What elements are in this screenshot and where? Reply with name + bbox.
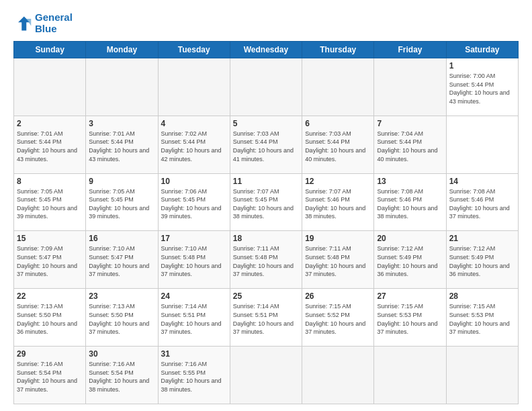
calendar-header-row: SundayMondayTuesdayWednesdayThursdayFrid… [14, 42, 519, 58]
day-number: 4 [161, 119, 227, 128]
calendar-week-row: 15 Sunrise: 7:09 AMSunset: 5:47 PMDaylig… [14, 231, 519, 289]
day-of-week-header: Monday [86, 42, 158, 58]
logo-icon [13, 14, 32, 33]
day-number: 22 [17, 291, 83, 301]
day-number: 23 [89, 291, 154, 301]
logo-text: General Blue [35, 12, 73, 34]
calendar-day-cell: 13 Sunrise: 7:08 AMSunset: 5:46 PMDaylig… [374, 173, 446, 231]
day-detail: Sunrise: 7:16 AMSunset: 5:54 PMDaylight:… [89, 361, 149, 393]
calendar-day-cell: 9 Sunrise: 7:05 AMSunset: 5:45 PMDayligh… [86, 173, 158, 231]
calendar-day-cell [86, 58, 158, 116]
header: General Blue [13, 12, 519, 34]
calendar-day-cell: 3 Sunrise: 7:01 AMSunset: 5:44 PMDayligh… [86, 116, 158, 173]
day-number: 28 [449, 291, 515, 301]
calendar-day-cell: 20 Sunrise: 7:12 AMSunset: 5:49 PMDaylig… [374, 231, 446, 289]
day-detail: Sunrise: 7:08 AMSunset: 5:46 PMDaylight:… [377, 188, 437, 220]
calendar-day-cell: 28 Sunrise: 7:15 AMSunset: 5:53 PMDaylig… [446, 289, 518, 347]
calendar-day-cell: 30 Sunrise: 7:16 AMSunset: 5:54 PMDaylig… [86, 347, 158, 404]
day-number: 25 [233, 291, 299, 301]
day-detail: Sunrise: 7:01 AMSunset: 5:44 PMDaylight:… [17, 130, 77, 163]
calendar-day-cell: 7 Sunrise: 7:04 AMSunset: 5:44 PMDayligh… [374, 116, 446, 173]
day-of-week-header: Wednesday [230, 42, 302, 58]
day-number: 5 [233, 119, 299, 128]
calendar-day-cell: 8 Sunrise: 7:05 AMSunset: 5:45 PMDayligh… [14, 173, 86, 231]
calendar-table: SundayMondayTuesdayWednesdayThursdayFrid… [13, 41, 519, 404]
day-number: 27 [377, 291, 443, 301]
day-number: 17 [161, 234, 227, 243]
day-detail: Sunrise: 7:15 AMSunset: 5:53 PMDaylight:… [377, 303, 437, 335]
calendar-day-cell: 11 Sunrise: 7:07 AMSunset: 5:45 PMDaylig… [230, 173, 302, 231]
day-number: 15 [17, 234, 83, 243]
logo: General Blue [13, 12, 73, 34]
calendar-day-cell: 21 Sunrise: 7:12 AMSunset: 5:49 PMDaylig… [446, 231, 518, 289]
day-number: 3 [89, 119, 154, 128]
day-detail: Sunrise: 7:05 AMSunset: 5:45 PMDaylight:… [89, 188, 149, 220]
day-detail: Sunrise: 7:09 AMSunset: 5:47 PMDaylight:… [17, 245, 77, 277]
calendar-day-cell: 26 Sunrise: 7:15 AMSunset: 5:52 PMDaylig… [302, 289, 374, 347]
calendar-body: 1 Sunrise: 7:00 AMSunset: 5:44 PMDayligh… [14, 58, 519, 404]
day-of-week-header: Friday [374, 42, 446, 58]
day-of-week-header: Thursday [302, 42, 374, 58]
calendar-week-row: 22 Sunrise: 7:13 AMSunset: 5:50 PMDaylig… [14, 289, 519, 347]
day-number: 2 [17, 119, 83, 128]
day-detail: Sunrise: 7:01 AMSunset: 5:44 PMDaylight:… [89, 130, 149, 163]
calendar-day-cell: 25 Sunrise: 7:14 AMSunset: 5:51 PMDaylig… [230, 289, 302, 347]
day-number: 13 [377, 177, 443, 186]
day-detail: Sunrise: 7:13 AMSunset: 5:50 PMDaylight:… [17, 303, 77, 335]
day-detail: Sunrise: 7:16 AMSunset: 5:54 PMDaylight:… [17, 361, 77, 393]
day-number: 7 [377, 119, 443, 128]
day-number: 19 [305, 234, 371, 243]
day-detail: Sunrise: 7:14 AMSunset: 5:51 PMDaylight:… [161, 303, 222, 335]
calendar-day-cell: 29 Sunrise: 7:16 AMSunset: 5:54 PMDaylig… [14, 347, 86, 404]
calendar-day-cell [158, 58, 230, 116]
day-number: 26 [305, 291, 371, 301]
calendar-day-cell: 23 Sunrise: 7:13 AMSunset: 5:50 PMDaylig… [86, 289, 158, 347]
day-detail: Sunrise: 7:08 AMSunset: 5:46 PMDaylight:… [449, 188, 510, 220]
calendar-week-row: 2 Sunrise: 7:01 AMSunset: 5:44 PMDayligh… [14, 116, 519, 173]
day-number: 30 [89, 349, 154, 359]
day-number: 11 [233, 177, 299, 186]
calendar-day-cell [230, 58, 302, 116]
day-number: 6 [305, 119, 371, 128]
calendar-day-cell: 14 Sunrise: 7:08 AMSunset: 5:46 PMDaylig… [446, 173, 518, 231]
calendar-day-cell: 18 Sunrise: 7:11 AMSunset: 5:48 PMDaylig… [230, 231, 302, 289]
day-detail: Sunrise: 7:15 AMSunset: 5:52 PMDaylight:… [305, 303, 365, 335]
day-detail: Sunrise: 7:13 AMSunset: 5:50 PMDaylight:… [89, 303, 149, 335]
day-detail: Sunrise: 7:03 AMSunset: 5:44 PMDaylight:… [305, 130, 365, 163]
calendar-day-cell: 12 Sunrise: 7:07 AMSunset: 5:46 PMDaylig… [302, 173, 374, 231]
calendar-week-row: 1 Sunrise: 7:00 AMSunset: 5:44 PMDayligh… [14, 58, 519, 116]
day-number: 18 [233, 234, 299, 243]
calendar-week-row: 8 Sunrise: 7:05 AMSunset: 5:45 PMDayligh… [14, 173, 519, 231]
day-number: 8 [17, 177, 83, 186]
day-number: 10 [161, 177, 227, 186]
page: General Blue SundayMondayTuesdayWednesda… [0, 0, 532, 411]
day-number: 9 [89, 177, 154, 186]
calendar-day-cell [302, 347, 374, 404]
calendar-day-cell: 19 Sunrise: 7:11 AMSunset: 5:48 PMDaylig… [302, 231, 374, 289]
day-of-week-header: Tuesday [158, 42, 230, 58]
calendar-day-cell: 6 Sunrise: 7:03 AMSunset: 5:44 PMDayligh… [302, 116, 374, 173]
day-detail: Sunrise: 7:05 AMSunset: 5:45 PMDaylight:… [17, 188, 77, 220]
calendar-day-cell: 15 Sunrise: 7:09 AMSunset: 5:47 PMDaylig… [14, 231, 86, 289]
day-number: 14 [449, 177, 515, 186]
calendar-day-cell: 17 Sunrise: 7:10 AMSunset: 5:48 PMDaylig… [158, 231, 230, 289]
calendar-day-cell: 1 Sunrise: 7:00 AMSunset: 5:44 PMDayligh… [446, 58, 518, 116]
day-detail: Sunrise: 7:07 AMSunset: 5:46 PMDaylight:… [305, 188, 365, 220]
day-of-week-header: Sunday [14, 42, 86, 58]
day-number: 1 [449, 61, 515, 71]
calendar-day-cell: 31 Sunrise: 7:16 AMSunset: 5:55 PMDaylig… [158, 347, 230, 404]
calendar-day-cell: 24 Sunrise: 7:14 AMSunset: 5:51 PMDaylig… [158, 289, 230, 347]
day-detail: Sunrise: 7:16 AMSunset: 5:55 PMDaylight:… [161, 361, 222, 393]
day-detail: Sunrise: 7:02 AMSunset: 5:44 PMDaylight:… [161, 130, 222, 163]
svg-marker-0 [18, 16, 30, 30]
calendar-day-cell: 22 Sunrise: 7:13 AMSunset: 5:50 PMDaylig… [14, 289, 86, 347]
day-detail: Sunrise: 7:15 AMSunset: 5:53 PMDaylight:… [449, 303, 510, 335]
day-detail: Sunrise: 7:06 AMSunset: 5:45 PMDaylight:… [161, 188, 222, 220]
calendar-day-cell [302, 58, 374, 116]
day-number: 21 [449, 234, 515, 243]
day-detail: Sunrise: 7:11 AMSunset: 5:48 PMDaylight:… [305, 245, 365, 277]
day-detail: Sunrise: 7:12 AMSunset: 5:49 PMDaylight:… [449, 245, 510, 277]
calendar-day-cell [446, 347, 518, 404]
day-number: 31 [161, 349, 227, 359]
calendar-day-cell: 10 Sunrise: 7:06 AMSunset: 5:45 PMDaylig… [158, 173, 230, 231]
